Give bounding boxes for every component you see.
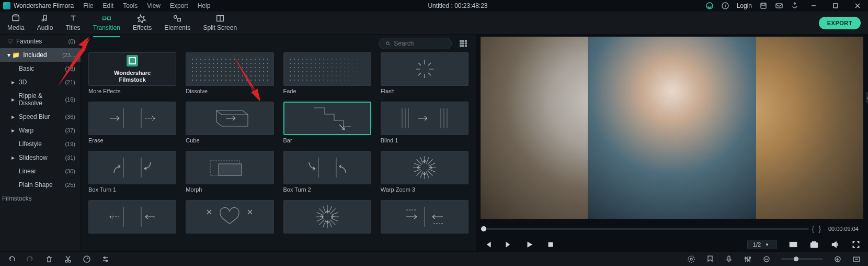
info-icon[interactable] [721, 2, 729, 10]
effect-blind-1[interactable]: Blind 1 [381, 102, 469, 143]
grid-view-icon[interactable] [458, 38, 469, 49]
sidebar-favorites[interactable]: ♡ Favorites (0) [0, 35, 81, 48]
delete-icon[interactable] [45, 255, 53, 263]
effect-thumb[interactable] [381, 200, 469, 234]
sidebar-included[interactable]: ▾ 📁 Included (23... [0, 48, 81, 62]
effect-thumb[interactable]: WondershareFilmstock [88, 52, 176, 86]
effect-more-effects[interactable]: WondershareFilmstockMore Effects [88, 52, 176, 94]
svg-rect-8 [833, 4, 838, 8]
sidebar-item-linear[interactable]: Linear(30) [0, 164, 81, 178]
effect-thumb[interactable] [381, 102, 469, 135]
svg-line-56 [426, 171, 429, 178]
marker-icon[interactable] [706, 255, 714, 263]
sidebar-item-lifestyle[interactable]: Lifestyle(19) [0, 137, 81, 151]
effect-cube[interactable]: Cube [186, 102, 273, 143]
effect-erase2[interactable] [88, 200, 176, 236]
snapshot-icon[interactable] [809, 240, 819, 249]
tab-media[interactable]: Media [7, 14, 25, 32]
tab-audio[interactable]: Audio [37, 14, 53, 32]
menu-edit[interactable]: Edit [103, 2, 114, 9]
sidebar-item-speedblur[interactable]: ▸Speed Blur(36) [0, 110, 81, 124]
menu-view[interactable]: View [147, 2, 161, 9]
adjust-icon[interactable] [101, 255, 110, 263]
updates-icon[interactable] [791, 2, 799, 10]
step-back-button[interactable] [483, 240, 493, 249]
window-maximize[interactable] [828, 0, 843, 12]
cut-icon[interactable] [64, 255, 72, 263]
effect-box-turn-2[interactable]: Box Turn 2 [283, 151, 371, 193]
effect-flash[interactable]: Flash [381, 52, 469, 94]
window-minimize[interactable] [806, 0, 821, 12]
sidebar-item-warp[interactable]: ▸Warp(37) [0, 124, 81, 137]
sidebar-item-ripple[interactable]: ▸Ripple & Dissolve(16) [0, 89, 81, 110]
speed-icon[interactable] [83, 255, 91, 263]
effect-thumb[interactable] [186, 102, 273, 135]
undo-icon[interactable] [7, 255, 16, 263]
sidebar-item-plainshape[interactable]: Plain Shape(25) [0, 178, 81, 192]
preview-scale[interactable]: 1/2▼ [747, 240, 777, 249]
effect-thumb[interactable] [283, 52, 371, 86]
login-button[interactable]: Login [737, 2, 752, 9]
sidebar-item-slideshow[interactable]: ▸Slideshow(31) [0, 151, 81, 164]
effect-warp-zoom-3[interactable]: Warp Zoom 3 [381, 151, 469, 193]
effect-thumb[interactable] [88, 151, 176, 184]
tab-effects[interactable]: Effects [133, 14, 152, 32]
menu-tools[interactable]: Tools [123, 2, 138, 9]
sidebar-collapse-handle[interactable]: ◀ [866, 92, 868, 103]
effect-thumb[interactable] [186, 200, 273, 234]
mark-in-icon[interactable]: { [811, 225, 816, 233]
effect-box-turn-1[interactable]: Box Turn 1 [88, 151, 176, 193]
sidebar-item-3d[interactable]: ▸3D(21) [0, 75, 81, 89]
effect-thumb[interactable] [283, 151, 371, 184]
svg-rect-29 [462, 45, 464, 47]
step-forward-button[interactable] [504, 240, 513, 249]
effect-thumb[interactable] [88, 102, 176, 135]
preview-quality-icon[interactable] [789, 240, 798, 249]
mixer-icon[interactable] [744, 255, 752, 263]
effect-morph[interactable]: Morph [186, 151, 273, 193]
effect-thumb[interactable] [381, 52, 469, 86]
effect-thumb[interactable] [283, 200, 371, 234]
effect-thumb[interactable] [186, 52, 273, 86]
tab-elements[interactable]: Elements [164, 14, 190, 32]
save-icon[interactable] [759, 2, 768, 10]
zoom-out-icon[interactable] [762, 255, 771, 263]
effect-arrows4[interactable] [381, 200, 469, 236]
sidebar-item-basic[interactable]: Basic(18) [0, 62, 81, 75]
effect-thumb[interactable] [186, 151, 273, 184]
redo-icon[interactable] [26, 255, 35, 263]
menu-help[interactable]: Help [198, 2, 211, 9]
effect-heart[interactable] [186, 200, 273, 236]
support-icon[interactable] [705, 2, 714, 10]
playhead-slider[interactable] [481, 228, 809, 230]
fullscreen-icon[interactable] [851, 240, 861, 249]
volume-icon[interactable] [830, 240, 840, 249]
effect-bar[interactable]: Bar [283, 102, 371, 143]
zoom-in-icon[interactable] [833, 255, 842, 263]
sidebar-filmstocks[interactable]: Filmstocks [0, 192, 81, 205]
mark-out-icon[interactable]: } [817, 225, 822, 233]
stop-button[interactable] [546, 240, 555, 249]
tab-splitscreen[interactable]: Split Screen [203, 14, 237, 32]
window-close[interactable] [850, 0, 865, 12]
play-button[interactable] [525, 240, 534, 249]
effect-dissolve[interactable]: Dissolve [186, 52, 273, 94]
export-button[interactable]: EXPORT [819, 17, 861, 29]
zoom-fit-icon[interactable] [852, 255, 861, 263]
zoom-slider[interactable] [781, 258, 823, 260]
effect-fade[interactable]: Fade [283, 52, 371, 94]
effect-erase[interactable]: Erase [88, 102, 176, 143]
effect-thumb[interactable] [381, 151, 469, 184]
tab-transition[interactable]: Transition [93, 14, 120, 32]
mail-icon[interactable] [775, 2, 783, 10]
tab-titles[interactable]: Titles [65, 14, 80, 32]
effect-warpzoom2[interactable] [283, 200, 371, 236]
voiceover-icon[interactable] [725, 255, 733, 263]
effect-thumb[interactable] [88, 200, 176, 234]
search-box[interactable] [379, 38, 452, 49]
menu-export[interactable]: Export [170, 2, 188, 9]
effect-thumb[interactable] [283, 102, 371, 135]
search-input[interactable] [394, 40, 445, 47]
render-icon[interactable] [687, 255, 695, 263]
menu-file[interactable]: File [83, 2, 93, 9]
